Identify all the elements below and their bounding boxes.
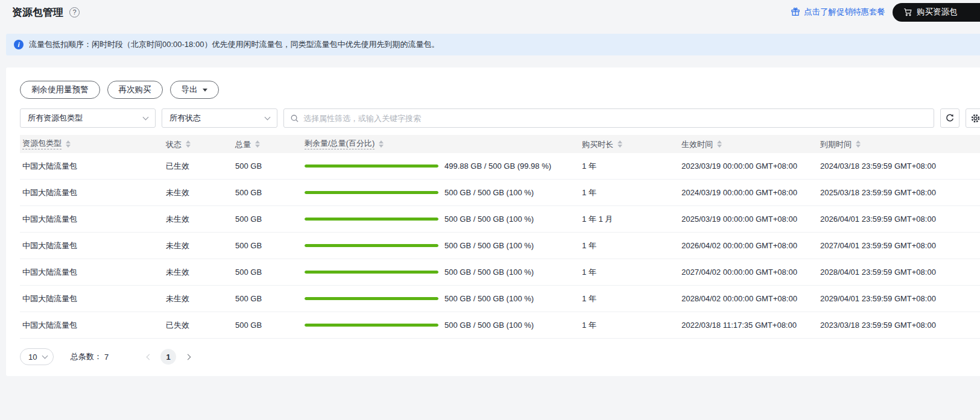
cell-package-type: 中国大陆流量包: [20, 161, 163, 172]
prev-page-button[interactable]: [146, 350, 152, 363]
progress-label: 500 GB / 500 GB (100 %): [444, 188, 534, 197]
cell-total: 500 GB: [233, 188, 302, 197]
table-row[interactable]: 中国大陆流量包 未生效 500 GB 500 GB / 500 GB (100 …: [20, 206, 980, 233]
sort-icon[interactable]: [717, 140, 722, 148]
cart-icon: [903, 8, 912, 17]
progress-wrap: 500 GB / 500 GB (100 %): [305, 215, 580, 224]
total-count-value: 7: [104, 353, 109, 362]
cell-duration: 1 年: [580, 161, 679, 172]
caret-down-icon: [203, 89, 207, 92]
progress-label: 500 GB / 500 GB (100 %): [444, 215, 534, 224]
cell-total: 500 GB: [233, 161, 302, 171]
toolbar: 剩余使用量预警 再次购买 导出: [20, 81, 980, 99]
usage-warning-button[interactable]: 剩余使用量预警: [20, 81, 100, 99]
progress-label: 500 GB / 500 GB (100 %): [444, 294, 534, 303]
table-header-cell[interactable]: 状态: [163, 140, 233, 149]
usage-warning-label: 剩余使用量预警: [31, 84, 89, 95]
cell-start-time: 2022/03/18 11:17:35 GMT+08:00: [679, 321, 818, 330]
rebuy-label: 再次购买: [119, 84, 151, 95]
settings-button[interactable]: [966, 108, 980, 128]
sort-asc-icon: [255, 140, 260, 143]
cell-total: 500 GB: [233, 241, 302, 250]
progress-wrap: 499.88 GB / 500 GB (99.98 %): [305, 161, 580, 171]
promo-link-label: 点击了解促销特惠套餐: [804, 7, 885, 17]
sort-desc-icon: [255, 145, 260, 148]
status-filter-select[interactable]: 所有状态: [162, 108, 277, 128]
cell-duration: 1 年: [580, 240, 679, 251]
export-button[interactable]: 导出: [170, 81, 219, 99]
table-row[interactable]: 中国大陆流量包 未生效 500 GB 500 GB / 500 GB (100 …: [20, 180, 980, 206]
help-icon[interactable]: ?: [69, 7, 80, 17]
table-row[interactable]: 中国大陆流量包 未生效 500 GB 500 GB / 500 GB (100 …: [20, 259, 980, 286]
table-header-cell[interactable]: 总量: [233, 140, 302, 149]
sort-icon[interactable]: [255, 140, 260, 148]
column-label: 生效时间: [681, 140, 713, 149]
cell-status: 未生效: [163, 293, 233, 304]
sort-icon[interactable]: [186, 140, 191, 148]
notice-banner: i 流量包抵扣顺序：闲时时段（北京时间00:00-18:00）优先使用闲时流量包…: [6, 34, 980, 55]
gear-icon: [970, 113, 980, 124]
cell-duration: 1 年 1 月: [580, 214, 679, 225]
column-label: 购买时长: [582, 140, 613, 149]
sort-icon[interactable]: [856, 140, 861, 148]
sort-icon[interactable]: [379, 140, 384, 148]
next-page-button[interactable]: [185, 350, 191, 363]
cell-end-time: 2028/04/01 23:59:59 GMT+08:00: [818, 268, 978, 277]
progress-label: 500 GB / 500 GB (100 %): [444, 241, 534, 250]
cell-remaining: 499.88 GB / 500 GB (99.98 %): [302, 161, 580, 171]
cell-package-type: 中国大陆流量包: [20, 240, 163, 251]
status-filter-value: 所有状态: [169, 113, 201, 124]
table-row[interactable]: 中国大陆流量包 已生效 500 GB 499.88 GB / 500 GB (9…: [20, 153, 980, 180]
buy-resource-button[interactable]: 购买资源包: [893, 3, 980, 22]
rebuy-button[interactable]: 再次购买: [107, 81, 163, 99]
resource-table: 资源包类型 状态 总量 剩余量/总量(百分比) 购买时长 生效时间: [20, 135, 980, 339]
promo-link[interactable]: 点击了解促销特惠套餐: [791, 7, 885, 17]
search-input[interactable]: [303, 114, 928, 123]
notice-text: 流量包抵扣顺序：闲时时段（北京时间00:00-18:00）优先使用闲时流量包，同…: [29, 39, 439, 50]
table-row[interactable]: 中国大陆流量包 已失效 500 GB 500 GB / 500 GB (100 …: [20, 312, 980, 339]
cell-remaining: 500 GB / 500 GB (100 %): [302, 321, 580, 330]
cell-start-time: 2025/03/19 00:00:00 GMT+08:00: [679, 215, 818, 224]
page-size-select[interactable]: 10: [20, 348, 54, 365]
progress-track: [305, 324, 438, 327]
cell-status: 未生效: [163, 187, 233, 198]
table-header-cell[interactable]: 购买时长: [580, 140, 679, 149]
cell-total: 500 GB: [233, 321, 302, 330]
table-header-cell[interactable]: 资源包类型: [20, 139, 163, 149]
cell-package-type: 中国大陆流量包: [20, 187, 163, 198]
cell-package-type: 中国大陆流量包: [20, 293, 163, 304]
table-header-cell[interactable]: 生效时间: [679, 140, 818, 149]
search-box: [283, 108, 934, 128]
progress-track: [305, 297, 438, 300]
cell-package-type: 中国大陆流量包: [20, 320, 163, 331]
type-filter-select[interactable]: 所有资源包类型: [20, 108, 156, 128]
cell-start-time: 2024/03/19 00:00:00 GMT+08:00: [679, 188, 818, 197]
chevron-down-icon: [143, 114, 149, 121]
table-row[interactable]: 中国大陆流量包 未生效 500 GB 500 GB / 500 GB (100 …: [20, 286, 980, 312]
sort-asc-icon: [379, 140, 384, 143]
progress-bar-fill: [305, 297, 438, 300]
refresh-button[interactable]: [940, 108, 959, 128]
progress-wrap: 500 GB / 500 GB (100 %): [305, 188, 580, 197]
table-header-cell[interactable]: 剩余量/总量(百分比): [302, 139, 580, 149]
main-panel: 剩余使用量预警 再次购买 导出 所有资源包类型 所有状态: [6, 67, 980, 376]
progress-label: 500 GB / 500 GB (100 %): [444, 268, 534, 277]
progress-track: [305, 165, 438, 168]
sort-icon[interactable]: [618, 140, 622, 148]
sort-desc-icon: [379, 145, 384, 148]
page-title: 资源包管理: [12, 5, 63, 19]
column-label: 总量: [235, 140, 251, 149]
progress-bar-fill: [305, 165, 438, 168]
cell-total: 500 GB: [233, 215, 302, 224]
progress-track: [305, 244, 438, 247]
table-row[interactable]: 中国大陆流量包 未生效 500 GB 500 GB / 500 GB (100 …: [20, 233, 980, 259]
chevron-down-icon: [265, 114, 271, 121]
table-header-row: 资源包类型 状态 总量 剩余量/总量(百分比) 购买时长 生效时间: [20, 135, 980, 153]
current-page-button[interactable]: 1: [160, 349, 176, 365]
cell-start-time: 2023/03/19 00:00:00 GMT+08:00: [679, 161, 818, 171]
sort-asc-icon: [618, 140, 622, 143]
sort-icon[interactable]: [66, 140, 71, 148]
table-header-cell[interactable]: 到期时间: [818, 140, 978, 149]
chevron-down-icon: [42, 353, 48, 359]
cell-total: 500 GB: [233, 294, 302, 303]
